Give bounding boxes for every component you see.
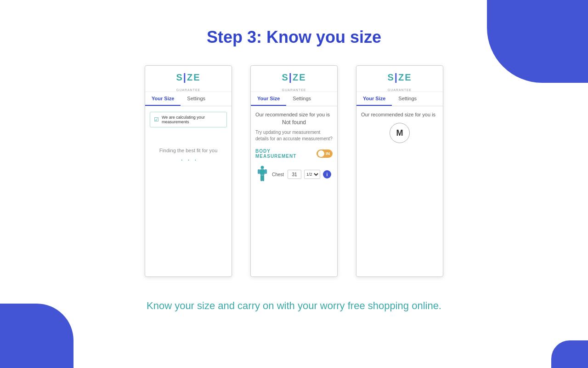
panel1-body: ☑ We are calculating your measurements F… (145, 106, 232, 168)
chest-input[interactable] (288, 170, 301, 179)
body-measurement-label: BODY MEASUREMENT (255, 149, 313, 159)
panel-size-m: S | ZE GUARANTEE Your Size Settings Our … (356, 65, 443, 277)
body-figure-svg (256, 166, 269, 183)
deco-shape-bottom-right (551, 340, 588, 368)
panel2-tabs: Your Size Settings (251, 92, 337, 106)
svg-rect-2 (258, 169, 260, 174)
panel3-tabs: Your Size Settings (356, 92, 443, 106)
size-circle: M (390, 123, 410, 143)
panel3-logo: S | ZE GUARANTEE (356, 66, 443, 92)
svg-rect-5 (262, 175, 264, 181)
panel3-body: Our recommended size for you is M (356, 106, 443, 149)
toggle-circle (318, 150, 324, 157)
page-title: Step 3: Know you size (207, 28, 381, 47)
deco-shape-bottom-left (0, 304, 74, 368)
check-icon: ☑ (154, 116, 159, 123)
panel2-update-hint: Try updating your measurement details fo… (255, 129, 333, 142)
fraction-select[interactable]: 1/2 1/4 3/4 0 (304, 170, 320, 179)
svg-rect-1 (260, 169, 265, 175)
loading-dots: . . . (181, 154, 198, 162)
panel3-logo-s: S (387, 72, 394, 83)
panel3-logo-person-icon: | (395, 71, 398, 83)
logo-guarantee: GUARANTEE (176, 88, 201, 92)
panel3-tab-your-size[interactable]: Your Size (356, 92, 392, 106)
panel1-tab-settings[interactable]: Settings (181, 92, 212, 106)
panel1-tab-your-size[interactable]: Your Size (145, 92, 181, 106)
panel3-recommendation-label: Our recommended size for you is (361, 112, 438, 117)
calculating-text: We are calculating your measurements (162, 115, 223, 124)
svg-point-0 (261, 166, 264, 169)
toggle-label: IN (326, 151, 330, 156)
panel1-tabs: Your Size Settings (145, 92, 232, 106)
panel2-tab-your-size[interactable]: Your Size (251, 92, 286, 106)
screenshots-row: S | ZE GUARANTEE Your Size Settings ☑ We… (145, 65, 443, 277)
panel2-tab-settings[interactable]: Settings (286, 92, 317, 106)
panel2-recommendation-label: Our recommended size for you is (255, 112, 333, 117)
logo-person-icon: | (183, 71, 187, 83)
logo-s: S (176, 72, 183, 83)
toggle-switch[interactable]: IN (317, 150, 333, 158)
panel2-body: Our recommended size for you is Not foun… (251, 106, 337, 189)
measurement-row: Chest 1/2 1/4 3/4 0 i (255, 165, 333, 184)
panel3-logo-ize: ZE (398, 72, 412, 83)
panel2-logo-person-icon: | (289, 71, 293, 83)
panel-calculating: S | ZE GUARANTEE Your Size Settings ☑ We… (145, 65, 232, 277)
panel2-not-found: Not found (255, 119, 333, 126)
finding-text: Finding the best fit for you (159, 148, 218, 153)
svg-rect-4 (260, 175, 262, 181)
info-button[interactable]: i (323, 170, 331, 178)
svg-rect-3 (265, 169, 267, 174)
main-content: Step 3: Know you size S | ZE GUARANTEE Y… (0, 0, 588, 312)
panel2-logo-s: S (282, 72, 288, 83)
chest-label: Chest (272, 172, 285, 177)
logo-ize: ZE (187, 72, 201, 83)
body-measurement-row: BODY MEASUREMENT IN (255, 149, 333, 159)
panel1-logo: S | ZE GUARANTEE (145, 66, 232, 92)
panel2-logo-ize: ZE (293, 72, 306, 83)
tagline: Know your size and carry on with your wo… (147, 300, 441, 312)
panel3-tab-settings[interactable]: Settings (392, 92, 423, 106)
panel2-logo: S | ZE GUARANTEE (251, 66, 337, 92)
calculating-banner: ☑ We are calculating your measurements (150, 112, 227, 127)
panel2-logo-guarantee: GUARANTEE (282, 88, 306, 92)
panel3-logo-guarantee: GUARANTEE (388, 88, 412, 92)
panel-not-found: S | ZE GUARANTEE Your Size Settings Our … (250, 65, 338, 277)
body-figure (255, 165, 269, 184)
